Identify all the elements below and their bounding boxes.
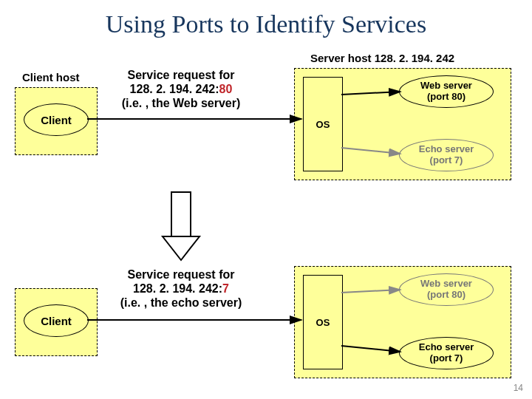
web-server-l2-2: (port 80) <box>427 289 466 300</box>
req1-line3: (i.e. , the Web server) <box>122 97 241 109</box>
server-host-label: Server host 128. 2. 194. 242 <box>310 52 454 64</box>
svg-marker-4 <box>163 236 200 260</box>
echo-server-l1-1: Echo server <box>419 143 474 154</box>
web-server-l2-1: (port 80) <box>427 91 466 102</box>
echo-server-l2-1: (port 7) <box>430 154 463 166</box>
web-server-bubble-2: Web server (port 80) <box>399 273 494 306</box>
req1-port: 80 <box>219 83 233 95</box>
page-title: Using Ports to Identify Services <box>0 0 532 38</box>
echo-server-l2-2: (port 7) <box>430 352 463 364</box>
os-box-1: OS <box>303 77 343 171</box>
req1-line1: Service request for <box>128 69 235 81</box>
client-bubble-2: Client <box>24 304 89 337</box>
web-server-bubble-1: Web server (port 80) <box>399 75 494 108</box>
req1-line2a: 128. 2. 194. 242: <box>130 83 219 95</box>
svg-rect-3 <box>171 192 191 236</box>
web-server-l1-1: Web server <box>420 80 472 91</box>
req2-line2a: 128. 2. 194. 242: <box>133 282 222 295</box>
page-number: 14 <box>514 383 523 393</box>
down-arrow-icon <box>163 192 200 260</box>
service-request-2: Service request for 128. 2. 194. 242:7 (… <box>103 267 259 310</box>
web-server-l1-2: Web server <box>420 278 472 289</box>
echo-server-l1-2: Echo server <box>419 341 474 352</box>
os-box-2: OS <box>303 275 343 369</box>
req2-port: 7 <box>222 282 229 295</box>
echo-server-bubble-2: Echo server (port 7) <box>399 337 494 369</box>
client-host-label-1: Client host <box>22 71 80 83</box>
req2-line1: Service request for <box>128 268 235 281</box>
req2-line3: (i.e. , the echo server) <box>120 296 242 309</box>
service-request-1: Service request for 128. 2. 194. 242:80 … <box>107 68 255 111</box>
echo-server-bubble-1: Echo server (port 7) <box>399 139 494 171</box>
client-bubble-1: Client <box>24 103 89 136</box>
